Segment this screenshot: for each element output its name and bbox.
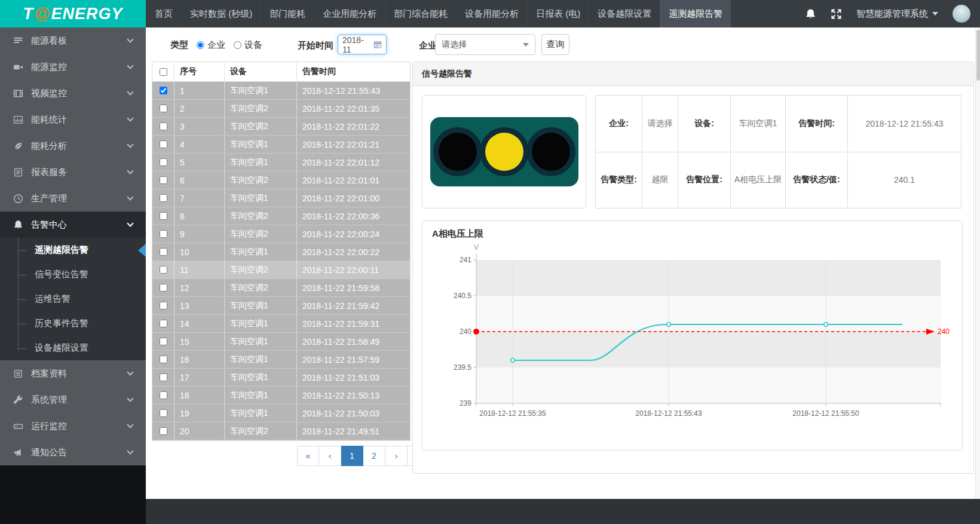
page-prev[interactable]: ‹	[319, 446, 341, 466]
table-row[interactable]: 15车间空调12018-11-22 21:58:49	[152, 333, 410, 351]
table-row[interactable]: 10车间空调12018-11-22 22:00:22	[152, 243, 410, 261]
sidebar-item-run-monitor[interactable]: 运行监控	[0, 413, 146, 439]
table-row[interactable]: 12车间空调22018-11-22 21:59:58	[152, 279, 410, 297]
fullscreen-icon[interactable]	[831, 8, 842, 20]
table-row[interactable]: 13车间空调12018-11-22 21:59:42	[152, 297, 410, 315]
sidebar-item-energy-dashboard[interactable]: 能源看板	[0, 27, 146, 54]
logo-prefix: T	[23, 5, 34, 23]
cell-time: 2018-11-22 22:01:35	[297, 100, 410, 117]
system-title-menu[interactable]: 智慧能源管理系统	[856, 8, 938, 20]
sidebar-item-video-monitor[interactable]: 视频监控	[0, 80, 146, 106]
table-row[interactable]: 3车间空调22018-11-22 22:01:22	[152, 118, 410, 136]
cell-no: 2	[174, 100, 225, 117]
row-checkbox[interactable]	[160, 105, 167, 112]
radio-enterprise[interactable]: 企业	[197, 39, 225, 51]
table-row[interactable]: 16车间空调12018-11-22 21:57:59	[152, 351, 410, 369]
page-first[interactable]: «	[297, 446, 319, 466]
radio-device[interactable]: 设备	[234, 39, 262, 51]
row-checkbox[interactable]	[160, 284, 167, 292]
vertical-scrollbar[interactable]	[975, 27, 980, 499]
nav-daily-report[interactable]: 日报表 (电)	[527, 0, 589, 27]
row-checkbox[interactable]	[160, 87, 167, 94]
sidebar-item-energy-stats[interactable]: 能耗统计	[0, 106, 146, 133]
nav-dept-energy[interactable]: 部门能耗	[261, 0, 314, 27]
row-checkbox[interactable]	[160, 391, 167, 399]
pagination: « ‹ 1 2 › »	[297, 446, 430, 466]
nav-dept-comprehensive[interactable]: 部门综合能耗	[385, 0, 456, 27]
bell-icon[interactable]	[805, 8, 816, 20]
info-label-company: 企业:	[596, 96, 642, 152]
row-checkbox[interactable]	[160, 140, 167, 148]
row-checkbox[interactable]	[160, 427, 167, 435]
row-checkbox[interactable]	[160, 158, 167, 166]
sidebar-item-notices[interactable]: 通知公告	[0, 439, 146, 465]
cell-no: 3	[174, 118, 225, 135]
table-row[interactable]: 2车间空调22018-11-22 22:01:35	[152, 100, 410, 118]
company-select[interactable]: 请选择	[435, 34, 535, 55]
row-checkbox[interactable]	[160, 212, 167, 220]
row-checkbox[interactable]	[160, 409, 167, 417]
row-checkbox[interactable]	[160, 338, 167, 345]
table-row[interactable]: 8车间空调22018-11-22 22:00:36	[152, 207, 410, 225]
sidebar-item-system-mgmt[interactable]: 系统管理	[0, 387, 146, 413]
sidebar-item-alarm-center[interactable]: 告警中心	[0, 212, 146, 238]
sidebar-item-label: 系统管理	[31, 394, 67, 406]
table-row[interactable]: 4车间空调12018-11-22 22:01:21	[152, 136, 410, 154]
calendar-icon[interactable]	[373, 40, 382, 49]
nav-enterprise-analysis[interactable]: 企业用能分析	[314, 0, 385, 27]
nav-home[interactable]: 首页	[146, 0, 181, 27]
table-row[interactable]: 14车间空调12018-11-22 21:59:31	[152, 315, 410, 333]
x-tick: 2018-12-12 21:55:43	[635, 409, 702, 418]
row-checkbox[interactable]	[160, 194, 167, 202]
submenu-ops-alarm[interactable]: 运维告警	[0, 287, 146, 311]
table-row[interactable]: 1车间空调12018-12-12 21:55:43	[152, 82, 410, 100]
submenu-signal-change-alarm[interactable]: 信号变位告警	[0, 262, 146, 287]
table-row[interactable]: 17车间空调12018-11-22 21:51:03	[152, 369, 410, 387]
table-row[interactable]: 6车间空调22018-11-22 22:01:01	[152, 171, 410, 189]
nav-telemetry-limit-alarm[interactable]: 遥测越限告警	[660, 0, 731, 27]
row-checkbox[interactable]	[160, 230, 167, 238]
row-checkbox[interactable]	[160, 176, 167, 184]
table-row[interactable]: 11车间空调22018-11-22 22:00:11	[152, 261, 410, 279]
table-row[interactable]: 19车间空调12018-11-22 21:50:03	[152, 405, 410, 422]
scrollbar-thumb[interactable]	[976, 30, 980, 81]
cell-device: 车间空调1	[225, 297, 297, 314]
table-row[interactable]: 7车间空调12018-11-22 22:01:00	[152, 189, 410, 207]
page-2[interactable]: 2	[363, 446, 385, 466]
table-row[interactable]: 18车间空调12018-11-22 21:50:13	[152, 387, 410, 405]
cell-no: 4	[174, 136, 225, 153]
row-checkbox[interactable]	[160, 302, 167, 310]
sidebar-item-report-service[interactable]: 报表服务	[0, 159, 146, 185]
radio-enterprise-input[interactable]	[197, 41, 204, 49]
cell-device: 车间空调2	[225, 422, 297, 440]
sidebar-item-production-mgmt[interactable]: 生产管理	[0, 185, 146, 212]
submenu-device-limit-setting[interactable]: 设备越限设置	[0, 336, 146, 360]
page-next[interactable]: ›	[385, 446, 408, 466]
cell-no: 17	[174, 369, 225, 386]
row-checkbox[interactable]	[160, 266, 167, 274]
table-row[interactable]: 20车间空调22018-11-22 21:49:51	[152, 422, 410, 440]
submenu-telemetry-limit-alarm[interactable]: 遥测越限告警	[0, 238, 146, 262]
sidebar-item-energy-monitor[interactable]: 能源监控	[0, 54, 146, 80]
row-checkbox[interactable]	[160, 248, 167, 256]
row-checkbox[interactable]	[160, 320, 167, 327]
page-1[interactable]: 1	[341, 446, 363, 466]
sidebar-item-archives[interactable]: 档案资料	[0, 360, 146, 387]
info-value-alarm-type: 越限	[642, 152, 678, 209]
select-caret-icon	[523, 43, 529, 47]
query-button[interactable]: 查询	[541, 34, 569, 55]
table-row[interactable]: 5车间空调12018-11-22 22:01:12	[152, 154, 410, 171]
nav-realtime-data[interactable]: 实时数据 (秒级)	[181, 0, 261, 27]
avatar[interactable]	[953, 5, 970, 23]
row-checkbox[interactable]	[160, 356, 167, 363]
sidebar-item-energy-analysis[interactable]: 能耗分析	[0, 133, 146, 159]
start-time-input[interactable]: 2018-11	[338, 35, 387, 54]
submenu-history-event-alarm[interactable]: 历史事件告警	[0, 311, 146, 336]
nav-device-analysis[interactable]: 设备用能分析	[456, 0, 527, 27]
radio-device-input[interactable]	[234, 41, 241, 49]
row-checkbox[interactable]	[160, 373, 167, 381]
table-row[interactable]: 9车间空调22018-11-22 22:00:24	[152, 225, 410, 243]
nav-device-limit-setting[interactable]: 设备越限设置	[589, 0, 660, 27]
select-all-checkbox[interactable]	[160, 68, 167, 76]
row-checkbox[interactable]	[160, 122, 167, 130]
